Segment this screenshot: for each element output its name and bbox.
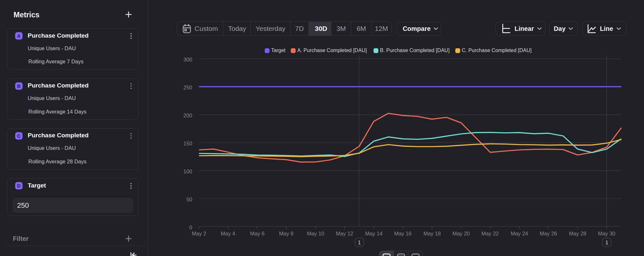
- svg-text:May 12: May 12: [336, 231, 353, 236]
- svg-text:250: 250: [183, 85, 192, 90]
- svg-text:May 14: May 14: [365, 231, 383, 236]
- svg-text:0: 0: [189, 224, 192, 230]
- svg-text:May 16: May 16: [394, 231, 412, 236]
- svg-text:May 18: May 18: [423, 231, 441, 236]
- svg-text:100: 100: [183, 169, 192, 174]
- svg-text:May 4: May 4: [221, 231, 235, 236]
- svg-text:May 10: May 10: [307, 231, 324, 236]
- svg-text:150: 150: [183, 141, 192, 146]
- svg-text:May 22: May 22: [481, 231, 499, 236]
- svg-text:1: 1: [358, 240, 361, 246]
- svg-text:50: 50: [186, 197, 192, 202]
- svg-text:200: 200: [183, 113, 192, 118]
- svg-text:May 28: May 28: [569, 231, 586, 236]
- svg-text:300: 300: [183, 57, 192, 62]
- svg-text:May 20: May 20: [452, 231, 470, 236]
- svg-text:1: 1: [605, 240, 608, 246]
- svg-text:May 2: May 2: [192, 231, 206, 236]
- svg-text:May 6: May 6: [250, 231, 265, 236]
- svg-text:May 30: May 30: [598, 231, 615, 236]
- svg-text:May 8: May 8: [279, 231, 294, 236]
- svg-text:May 24: May 24: [511, 231, 528, 236]
- svg-text:May 26: May 26: [540, 231, 557, 236]
